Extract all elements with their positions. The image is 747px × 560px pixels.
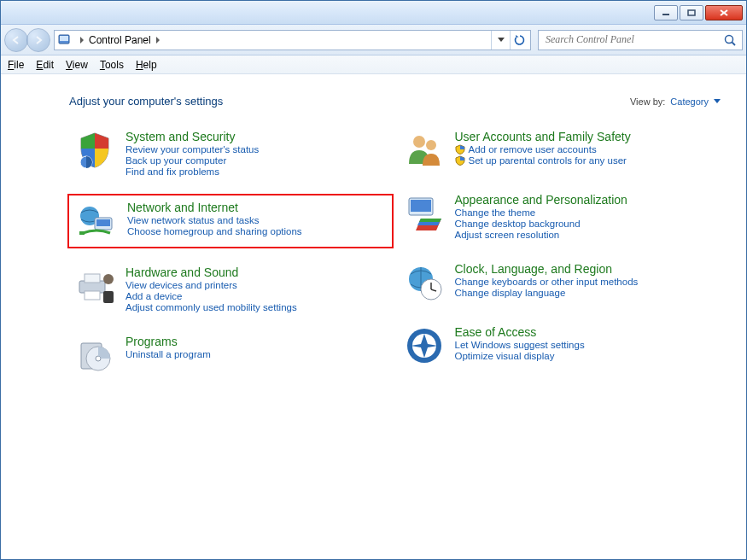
category-link[interactable]: Back up your computer — [125, 155, 259, 166]
appearance-icon — [404, 193, 445, 234]
category-link[interactable]: Let Windows suggest settings — [455, 340, 585, 350]
disc-icon — [74, 335, 115, 376]
close-button[interactable] — [705, 5, 743, 20]
svg-rect-5 — [60, 36, 68, 41]
category-title[interactable]: System and Security — [125, 130, 259, 143]
ease-of-access-icon — [404, 325, 445, 366]
control-panel-icon — [56, 32, 72, 48]
category-link[interactable]: View devices and printers — [125, 280, 297, 290]
category-appearance: Appearance and Personalization Change th… — [399, 190, 721, 243]
refresh-button[interactable] — [510, 31, 528, 50]
category-link[interactable]: Optimize visual display — [455, 351, 585, 361]
network-icon — [76, 201, 117, 242]
svg-rect-24 — [411, 200, 431, 212]
uac-shield-icon — [455, 155, 465, 166]
category-link[interactable]: Adjust commonly used mobility settings — [125, 302, 297, 312]
category-link[interactable]: Change keyboards or other input methods — [455, 277, 639, 287]
category-programs: Programs Uninstall a program — [69, 331, 392, 379]
category-link-text: Set up parental controls for any user — [469, 155, 627, 166]
content-area: Adjust your computer's settings View by:… — [1, 74, 746, 559]
clock-globe-icon — [404, 262, 445, 303]
search-box[interactable] — [538, 30, 743, 50]
search-input[interactable] — [544, 32, 723, 47]
view-by-control[interactable]: View by: Category — [630, 96, 721, 107]
category-link[interactable]: Change display language — [455, 288, 639, 298]
shield-icon — [74, 130, 115, 171]
search-icon — [723, 33, 737, 47]
svg-rect-15 — [85, 291, 100, 300]
category-title[interactable]: Clock, Language, and Region — [455, 262, 639, 276]
breadcrumb-root[interactable]: Control Panel — [89, 34, 151, 46]
printer-icon — [74, 265, 115, 306]
address-history-dropdown[interactable] — [491, 31, 510, 50]
category-link[interactable]: Change the theme — [455, 207, 627, 218]
chevron-down-icon — [714, 99, 721, 103]
users-icon — [404, 130, 445, 171]
menu-bar: File Edit View Tools Help — [1, 55, 746, 74]
page-title: Adjust your computer's settings — [69, 95, 223, 108]
category-link-text: Add or remove user accounts — [469, 144, 597, 155]
category-link[interactable]: Adjust screen resolution — [455, 230, 627, 240]
svg-point-21 — [413, 136, 425, 148]
category-title[interactable]: User Accounts and Family Safety — [455, 130, 631, 143]
window-titlebar — [1, 1, 746, 25]
breadcrumb-separator-icon — [156, 37, 160, 44]
category-hardware-sound: Hardware and Sound View devices and prin… — [69, 262, 392, 316]
menu-edit[interactable]: Edit — [36, 59, 54, 71]
forward-button[interactable] — [26, 28, 50, 52]
category-title[interactable]: Ease of Access — [455, 325, 585, 339]
view-by-label: View by: — [630, 96, 665, 107]
category-link[interactable]: Review your computer's status — [125, 144, 259, 155]
category-title[interactable]: Hardware and Sound — [125, 265, 297, 279]
svg-point-20 — [96, 356, 101, 361]
category-user-accounts: User Accounts and Family Safety Add or r… — [399, 126, 721, 174]
menu-file[interactable]: File — [8, 59, 24, 71]
category-link[interactable]: Choose homegroup and sharing options — [127, 226, 302, 236]
category-network-internet: Network and Internet View network status… — [67, 194, 394, 248]
menu-tools[interactable]: Tools — [100, 59, 124, 71]
category-title[interactable]: Programs — [125, 335, 211, 348]
category-clock-region: Clock, Language, and Region Change keybo… — [399, 259, 721, 306]
navigation-bar: Control Panel — [1, 25, 746, 55]
breadcrumb-separator-icon — [80, 37, 84, 44]
svg-line-7 — [732, 42, 736, 45]
category-title[interactable]: Appearance and Personalization — [455, 193, 627, 207]
svg-rect-1 — [688, 10, 695, 15]
svg-point-22 — [426, 140, 436, 150]
svg-rect-11 — [96, 219, 110, 226]
category-link[interactable]: Set up parental controls for any user — [455, 155, 631, 166]
category-ease-of-access: Ease of Access Let Windows suggest setti… — [399, 322, 721, 370]
svg-point-16 — [103, 274, 114, 284]
menu-view[interactable]: View — [66, 59, 88, 71]
uac-shield-icon — [455, 144, 465, 155]
category-link[interactable]: Change desktop background — [455, 219, 627, 229]
menu-help[interactable]: Help — [136, 59, 157, 71]
svg-point-6 — [726, 35, 733, 43]
svg-rect-14 — [85, 274, 100, 283]
view-by-value: Category — [670, 96, 709, 107]
category-link[interactable]: Add or remove user accounts — [455, 144, 631, 155]
category-link[interactable]: Find and fix problems — [125, 166, 259, 177]
maximize-button[interactable] — [680, 5, 703, 20]
minimize-button[interactable] — [654, 5, 678, 20]
svg-rect-12 — [79, 231, 85, 235]
back-button[interactable] — [4, 28, 28, 52]
category-system-security: System and Security Review your computer… — [69, 126, 392, 180]
category-link[interactable]: View network status and tasks — [127, 215, 302, 225]
category-title[interactable]: Network and Internet — [127, 201, 302, 214]
category-link[interactable]: Add a device — [125, 291, 297, 301]
svg-rect-17 — [103, 291, 114, 303]
address-bar[interactable]: Control Panel — [54, 30, 531, 50]
category-link[interactable]: Uninstall a program — [125, 349, 211, 359]
